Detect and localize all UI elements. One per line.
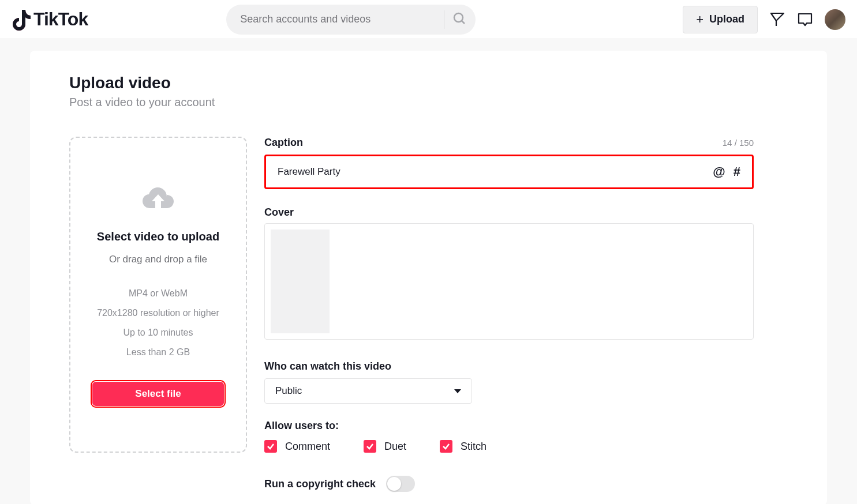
search-input[interactable] [240, 13, 436, 25]
allow-comment[interactable]: Comment [264, 440, 330, 453]
allow-label: Allow users to: [264, 420, 754, 432]
mention-icon[interactable]: @ [713, 164, 725, 179]
form-fields: Caption 14 / 150 @ # Cover Who can watch… [264, 137, 754, 492]
tiktok-note-icon [12, 9, 31, 31]
upload-title: Select video to upload [97, 230, 219, 243]
toggle-knob [387, 477, 401, 491]
inbox-icon[interactable] [797, 12, 813, 28]
search-icon[interactable] [452, 12, 466, 28]
caption-label: Caption [264, 137, 303, 149]
upload-drag-hint: Or drag and drop a file [109, 254, 207, 265]
search-divider [444, 10, 444, 29]
allow-comment-label: Comment [285, 441, 330, 453]
privacy-selected: Public [275, 385, 302, 397]
plus-icon: + [696, 12, 703, 27]
upload-hint: Less than 2 GB [97, 347, 219, 358]
copyright-label: Run a copyright check [264, 478, 376, 490]
svg-line-1 [462, 21, 465, 24]
upload-card: Upload video Post a video to your accoun… [30, 51, 827, 504]
caption-input-wrap[interactable]: @ # [264, 155, 754, 189]
allow-options: Comment Duet Stitch [264, 440, 754, 453]
cover-label: Cover [264, 206, 754, 219]
page-title: Upload video [69, 74, 788, 92]
cover-thumb-placeholder [271, 230, 330, 333]
search-bar[interactable] [226, 5, 476, 35]
upload-hint: 720x1280 resolution or higher [97, 308, 219, 318]
privacy-select[interactable]: Public [264, 378, 472, 404]
allow-stitch-label: Stitch [461, 441, 486, 453]
caption-actions: @ # [713, 164, 740, 179]
caption-input[interactable] [278, 166, 713, 178]
upload-hints: MP4 or WebM 720x1280 resolution or highe… [97, 288, 219, 358]
upload-hint: MP4 or WebM [97, 288, 219, 299]
hashtag-icon[interactable]: # [733, 164, 740, 179]
checkbox-checked-icon[interactable] [364, 440, 376, 453]
copyright-row: Run a copyright check [264, 476, 754, 492]
checkbox-checked-icon[interactable] [264, 440, 277, 453]
caption-header: Caption 14 / 150 [264, 137, 754, 149]
caption-counter: 14 / 150 [723, 138, 754, 148]
send-icon[interactable] [769, 12, 785, 28]
chevron-down-icon [454, 389, 461, 393]
checkbox-checked-icon[interactable] [440, 440, 452, 453]
nav-right: + Upload [683, 6, 845, 33]
cloud-upload-icon [143, 187, 174, 213]
upload-dropzone[interactable]: Select video to upload Or drag and drop … [69, 137, 247, 453]
upload-button-label: Upload [709, 13, 744, 25]
upload-button[interactable]: + Upload [683, 6, 758, 33]
svg-point-0 [454, 13, 463, 22]
allow-duet[interactable]: Duet [364, 440, 406, 453]
cover-selector[interactable] [264, 223, 754, 340]
avatar[interactable] [825, 9, 845, 30]
form-row: Select video to upload Or drag and drop … [69, 137, 788, 492]
privacy-label: Who can watch this video [264, 360, 754, 373]
copyright-toggle[interactable] [386, 476, 415, 492]
upload-hint: Up to 10 minutes [97, 328, 219, 338]
logo-text: TikTok [33, 9, 88, 30]
allow-duet-label: Duet [384, 441, 406, 453]
page-subtitle: Post a video to your account [69, 96, 788, 109]
allow-stitch[interactable]: Stitch [440, 440, 486, 453]
tiktok-logo[interactable]: TikTok [12, 9, 88, 31]
top-nav: TikTok + Upload [0, 0, 857, 39]
select-file-button[interactable]: Select file [92, 382, 224, 406]
